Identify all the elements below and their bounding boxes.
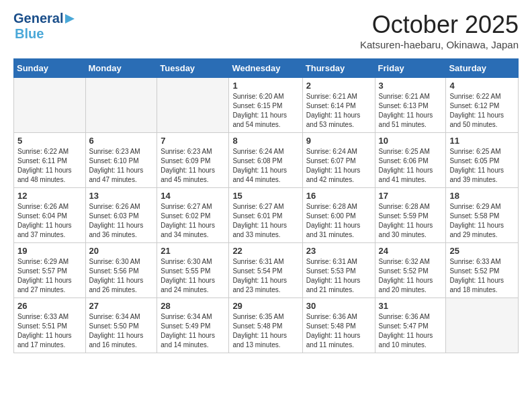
day-number: 18 [449, 191, 515, 201]
sunrise-text: Sunrise: 6:31 AM [306, 257, 371, 267]
day-info: Sunrise: 6:33 AMSunset: 5:51 PMDaylight:… [17, 312, 82, 350]
calendar-cell: 19Sunrise: 6:29 AMSunset: 5:57 PMDayligh… [14, 243, 86, 298]
day-number: 2 [306, 81, 371, 91]
calendar-cell: 12Sunrise: 6:26 AMSunset: 6:04 PMDayligh… [14, 188, 86, 243]
day-info: Sunrise: 6:34 AMSunset: 5:49 PMDaylight:… [161, 312, 225, 350]
month-title: October 2025 [360, 11, 519, 39]
calendar-cell: 27Sunrise: 6:34 AMSunset: 5:50 PMDayligh… [85, 298, 157, 353]
calendar-cell: 3Sunrise: 6:21 AMSunset: 6:13 PMDaylight… [375, 78, 446, 133]
day-info: Sunrise: 6:27 AMSunset: 6:01 PMDaylight:… [232, 202, 298, 240]
day-number: 12 [17, 191, 82, 201]
sunset-text: Sunset: 5:57 PM [17, 267, 82, 276]
calendar-cell: 2Sunrise: 6:21 AMSunset: 6:14 PMDaylight… [302, 78, 375, 133]
week-row-3: 12Sunrise: 6:26 AMSunset: 6:04 PMDayligh… [14, 188, 519, 243]
day-number: 7 [161, 136, 225, 146]
sunset-text: Sunset: 6:15 PM [232, 101, 298, 111]
daylight-text: Daylight: 11 hours and 44 minutes. [232, 166, 298, 185]
sunset-text: Sunset: 5:58 PM [449, 212, 515, 221]
calendar-cell: 14Sunrise: 6:27 AMSunset: 6:02 PMDayligh… [157, 188, 229, 243]
sunrise-text: Sunrise: 6:20 AM [232, 92, 298, 101]
sunset-text: Sunset: 6:09 PM [161, 156, 225, 166]
sunrise-text: Sunrise: 6:29 AM [449, 202, 515, 212]
calendar-cell: 28Sunrise: 6:34 AMSunset: 5:49 PMDayligh… [157, 298, 229, 353]
daylight-text: Daylight: 11 hours and 50 minutes. [449, 111, 515, 130]
day-number: 9 [306, 136, 371, 146]
calendar-cell: 7Sunrise: 6:23 AMSunset: 6:09 PMDaylight… [157, 133, 229, 188]
day-number: 28 [161, 301, 225, 311]
sunrise-text: Sunrise: 6:30 AM [161, 257, 225, 267]
sunset-text: Sunset: 6:11 PM [17, 156, 82, 166]
sunrise-text: Sunrise: 6:34 AM [161, 312, 225, 322]
sunset-text: Sunset: 5:52 PM [379, 267, 443, 276]
day-info: Sunrise: 6:30 AMSunset: 5:55 PMDaylight:… [161, 257, 225, 295]
sunrise-text: Sunrise: 6:33 AM [17, 312, 82, 322]
day-info: Sunrise: 6:21 AMSunset: 6:13 PMDaylight:… [379, 92, 443, 130]
calendar-cell [14, 78, 86, 133]
logo: General Blue [13, 11, 77, 42]
calendar-cell: 17Sunrise: 6:28 AMSunset: 5:59 PMDayligh… [375, 188, 446, 243]
day-info: Sunrise: 6:29 AMSunset: 5:57 PMDaylight:… [17, 257, 82, 295]
daylight-text: Daylight: 11 hours and 36 minutes. [89, 221, 154, 240]
sunrise-text: Sunrise: 6:23 AM [161, 147, 225, 156]
day-info: Sunrise: 6:22 AMSunset: 6:11 PMDaylight:… [17, 147, 82, 185]
logo-general-text: General [13, 11, 63, 26]
daylight-text: Daylight: 11 hours and 17 minutes. [17, 331, 82, 350]
calendar-cell: 9Sunrise: 6:24 AMSunset: 6:07 PMDaylight… [302, 133, 375, 188]
day-info: Sunrise: 6:30 AMSunset: 5:56 PMDaylight:… [89, 257, 154, 295]
daylight-text: Daylight: 11 hours and 18 minutes. [449, 276, 515, 295]
sunset-text: Sunset: 5:47 PM [379, 322, 443, 331]
sunrise-text: Sunrise: 6:26 AM [17, 202, 82, 212]
day-info: Sunrise: 6:29 AMSunset: 5:58 PMDaylight:… [449, 202, 515, 240]
sunrise-text: Sunrise: 6:28 AM [306, 202, 371, 212]
day-info: Sunrise: 6:23 AMSunset: 6:09 PMDaylight:… [161, 147, 225, 185]
sunset-text: Sunset: 5:52 PM [449, 267, 515, 276]
calendar-cell: 30Sunrise: 6:36 AMSunset: 5:48 PMDayligh… [302, 298, 375, 353]
day-info: Sunrise: 6:25 AMSunset: 6:05 PMDaylight:… [449, 147, 515, 185]
sunset-text: Sunset: 6:01 PM [232, 212, 298, 221]
day-number: 8 [232, 136, 298, 146]
sunset-text: Sunset: 6:05 PM [449, 156, 515, 166]
sunset-text: Sunset: 6:07 PM [306, 156, 371, 166]
day-number: 29 [232, 301, 298, 311]
day-info: Sunrise: 6:28 AMSunset: 6:00 PMDaylight:… [306, 202, 371, 240]
daylight-text: Daylight: 11 hours and 47 minutes. [89, 166, 154, 185]
calendar-cell: 31Sunrise: 6:36 AMSunset: 5:47 PMDayligh… [375, 298, 446, 353]
logo-arrow-icon [64, 13, 76, 25]
day-number: 13 [89, 191, 154, 201]
daylight-text: Daylight: 11 hours and 11 minutes. [306, 331, 371, 350]
day-info: Sunrise: 6:31 AMSunset: 5:53 PMDaylight:… [306, 257, 371, 295]
week-row-4: 19Sunrise: 6:29 AMSunset: 5:57 PMDayligh… [14, 243, 519, 298]
week-row-2: 5Sunrise: 6:22 AMSunset: 6:11 PMDaylight… [14, 133, 519, 188]
day-info: Sunrise: 6:26 AMSunset: 6:04 PMDaylight:… [17, 202, 82, 240]
daylight-text: Daylight: 11 hours and 27 minutes. [17, 276, 82, 295]
day-info: Sunrise: 6:23 AMSunset: 6:10 PMDaylight:… [89, 147, 154, 185]
sunrise-text: Sunrise: 6:22 AM [17, 147, 82, 156]
day-info: Sunrise: 6:31 AMSunset: 5:54 PMDaylight:… [232, 257, 298, 295]
day-number: 6 [89, 136, 154, 146]
daylight-text: Daylight: 11 hours and 29 minutes. [449, 221, 515, 240]
sunrise-text: Sunrise: 6:30 AM [89, 257, 154, 267]
weekday-header-tuesday: Tuesday [157, 59, 229, 78]
calendar-cell: 16Sunrise: 6:28 AMSunset: 6:00 PMDayligh… [302, 188, 375, 243]
daylight-text: Daylight: 11 hours and 20 minutes. [379, 276, 443, 295]
daylight-text: Daylight: 11 hours and 30 minutes. [379, 221, 443, 240]
sunset-text: Sunset: 6:14 PM [306, 101, 371, 111]
calendar-cell: 8Sunrise: 6:24 AMSunset: 6:08 PMDaylight… [229, 133, 302, 188]
daylight-text: Daylight: 11 hours and 26 minutes. [89, 276, 154, 295]
daylight-text: Daylight: 11 hours and 23 minutes. [232, 276, 298, 295]
daylight-text: Daylight: 11 hours and 53 minutes. [306, 111, 371, 130]
calendar-cell: 11Sunrise: 6:25 AMSunset: 6:05 PMDayligh… [446, 133, 519, 188]
day-info: Sunrise: 6:36 AMSunset: 5:48 PMDaylight:… [306, 312, 371, 350]
title-section: October 2025 Katsuren-haebaru, Okinawa, … [360, 11, 519, 50]
sunrise-text: Sunrise: 6:28 AM [379, 202, 443, 212]
weekday-header-thursday: Thursday [302, 59, 375, 78]
day-number: 19 [17, 246, 82, 256]
day-number: 3 [379, 81, 443, 91]
daylight-text: Daylight: 11 hours and 33 minutes. [232, 221, 298, 240]
sunset-text: Sunset: 6:02 PM [161, 212, 225, 221]
day-info: Sunrise: 6:26 AMSunset: 6:03 PMDaylight:… [89, 202, 154, 240]
sunset-text: Sunset: 5:48 PM [232, 322, 298, 331]
day-number: 31 [379, 301, 443, 311]
day-number: 5 [17, 136, 82, 146]
day-number: 1 [232, 81, 298, 91]
